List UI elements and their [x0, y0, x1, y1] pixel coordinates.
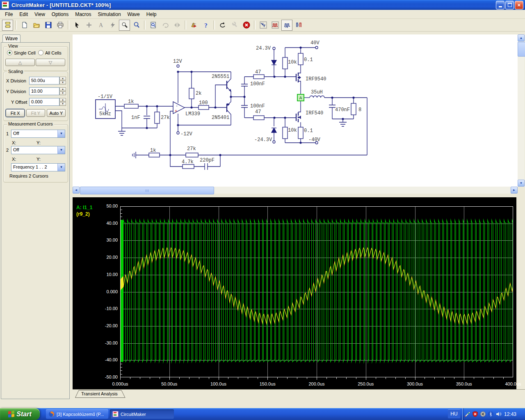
muted-speaker-icon[interactable] — [480, 411, 486, 417]
cursor2-select[interactable]: Off ▼ — [11, 146, 65, 154]
radio-single-cell[interactable]: Single Cell — [7, 50, 36, 55]
delete-tool-button[interactable] — [107, 20, 118, 31]
select-arrow-button[interactable] — [71, 20, 82, 31]
scope-probe-button[interactable] — [258, 20, 269, 31]
scroll-down-icon[interactable]: ▼ — [518, 180, 525, 187]
menu-item-macros[interactable]: Macros — [72, 10, 94, 18]
y-tick-label: 50.00 — [76, 203, 118, 208]
task-circuitmaker[interactable]: CircuitMaker — [110, 409, 174, 419]
x-tick-label: 150.0us — [260, 381, 276, 386]
cursor-function-dropdown-icon[interactable]: ▼ — [57, 164, 65, 171]
radio-all-cells[interactable]: All Cells — [38, 50, 62, 55]
security-shield-icon[interactable] — [472, 411, 478, 417]
stop-simulation-button[interactable] — [241, 20, 252, 31]
analog-waveform-icon — [272, 21, 279, 29]
component-label: 1k — [128, 99, 134, 105]
minimize-button[interactable] — [496, 1, 504, 9]
schematic-pane[interactable]: - + A -1/1V5kHz1k1nF27k12V-12VLM3392k100… — [73, 34, 518, 187]
bluetooth-icon[interactable] — [488, 411, 494, 417]
y-division-spinner[interactable]: ▲▼ — [59, 87, 66, 95]
cursor1-dropdown-icon[interactable]: ▼ — [57, 130, 65, 137]
schematic-hscrollbar[interactable]: ◄ ► — [73, 187, 518, 194]
tab-wave[interactable]: Wave — [2, 34, 21, 43]
waveform-plot[interactable] — [120, 206, 513, 381]
y-tick-label: 20.00 — [76, 255, 118, 260]
cursor1-select[interactable]: Off ▼ — [11, 130, 65, 138]
y-offset-spinner[interactable]: ▲▼ — [59, 98, 66, 106]
print-button[interactable] — [55, 20, 66, 31]
menu-item-options[interactable]: Options — [48, 10, 72, 18]
y-tick-label: 40.00 — [76, 221, 118, 226]
analog-waveform-button[interactable] — [269, 20, 281, 31]
x-tick-label: 300.0us — [407, 381, 423, 386]
reset-button[interactable] — [217, 20, 228, 31]
x-division-spinner[interactable]: ▲▼ — [59, 77, 66, 84]
schematic-vscrollbar[interactable]: ▲ ▼ — [518, 34, 525, 187]
radio-all-cells-circle[interactable] — [38, 50, 43, 55]
vscroll-thumb[interactable] — [518, 42, 525, 57]
menu-item-file[interactable]: File — [2, 10, 16, 18]
scroll-right-icon[interactable]: ► — [511, 187, 518, 194]
scope-probe-icon — [260, 21, 267, 29]
radio-single-cell-circle[interactable] — [7, 50, 12, 55]
cursor2-value: Off — [13, 147, 19, 152]
start-button-label: Start — [16, 411, 31, 418]
menu-item-simulation[interactable]: Simulation — [95, 10, 124, 18]
component-label: 10k — [288, 59, 297, 65]
language-indicator[interactable]: HU — [448, 409, 460, 418]
setup-button[interactable] — [229, 20, 240, 31]
rotate-button[interactable] — [160, 20, 171, 31]
cursor-function-select[interactable]: Frequency 1 . . 2 ▼ — [11, 163, 65, 171]
schematic-canvas[interactable]: - + A -1/1V5kHz1k1nF27k12V-12VLM3392k100… — [73, 34, 518, 187]
svg-text:A: A — [299, 96, 302, 100]
y-division-input[interactable]: 10.00 — [29, 87, 59, 95]
cursor1-y-label: Y: — [37, 140, 41, 145]
volume-icon[interactable] — [495, 411, 502, 417]
check-rules-button[interactable] — [188, 20, 199, 31]
menu-item-edit[interactable]: Edit — [16, 10, 31, 18]
menu-item-help[interactable]: Help — [143, 10, 160, 18]
cell-down-button[interactable]: ▽ — [36, 59, 65, 66]
save-button[interactable] — [43, 20, 54, 31]
start-button[interactable]: Start — [0, 408, 40, 420]
system-tray: 12:43 — [462, 408, 525, 420]
component-label: 0.1 — [304, 57, 313, 63]
component-label: 1k — [150, 148, 156, 153]
task-firefox[interactable]: [3] Kapcsolóüzemű (P... — [46, 409, 108, 419]
cell-up-button[interactable]: △ — [5, 59, 35, 66]
tablet-pen-icon[interactable] — [464, 411, 470, 417]
digital-waveform-button[interactable] — [293, 20, 304, 31]
probe-marker-a[interactable]: A — [297, 94, 304, 101]
fit-x-button[interactable]: Fit X — [6, 109, 25, 117]
hscroll-thumb[interactable] — [80, 187, 214, 194]
component-label: 100nF — [250, 81, 265, 87]
scroll-left-icon[interactable]: ◄ — [73, 187, 80, 194]
task-firefox-label: [3] Kapcsolóüzemű (P... — [57, 412, 104, 417]
wire-tool-button[interactable] — [83, 20, 94, 31]
auto-y-button[interactable]: Auto Y — [47, 109, 66, 117]
component-label: 24.3V — [256, 46, 271, 51]
lightning-icon — [110, 22, 116, 28]
close-button[interactable]: ✕ — [515, 1, 523, 9]
mirror-button[interactable] — [171, 20, 183, 31]
zoom-tool-button[interactable] — [131, 20, 142, 31]
zoom-window-button[interactable] — [148, 20, 159, 31]
fit-y-button[interactable]: Fit Y — [26, 109, 45, 117]
cursor2-dropdown-icon[interactable]: ▼ — [57, 146, 65, 154]
mixed-waveform-button[interactable] — [281, 20, 292, 31]
restore-button[interactable] — [505, 1, 514, 9]
part-browser-button[interactable] — [2, 20, 13, 31]
tab-transient-analysis[interactable]: Transient Analysis — [75, 390, 126, 398]
menu-item-view[interactable]: View — [31, 10, 48, 18]
scroll-up-icon[interactable]: ▲ — [518, 34, 525, 41]
new-file-button[interactable] — [19, 20, 30, 31]
menu-item-wave[interactable]: Wave — [124, 10, 143, 18]
open-file-button[interactable] — [31, 20, 42, 31]
y-offset-input[interactable]: 0.000 — [29, 98, 59, 106]
text-tool-button[interactable]: A — [95, 20, 106, 31]
probe-tool-button[interactable] — [119, 20, 130, 31]
component-label: -40V — [308, 137, 321, 143]
title-bar[interactable]: CircuitMaker - [UNTITLED.CKT* 100%] ✕ — [0, 0, 525, 10]
help-button[interactable]: ? — [200, 20, 211, 31]
x-division-input[interactable]: 50.00u — [29, 77, 59, 84]
